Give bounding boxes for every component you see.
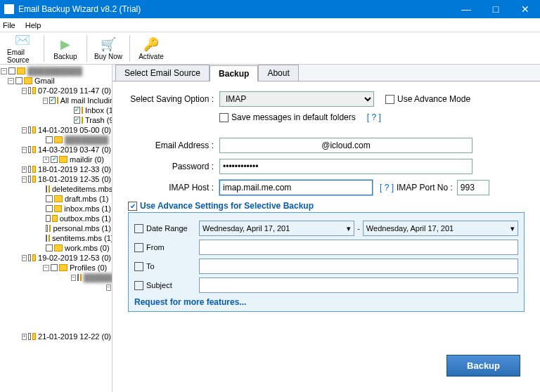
save-default-checkbox[interactable] bbox=[219, 113, 229, 122]
tree-item[interactable]: work.mbs (0) bbox=[65, 243, 110, 253]
imap-host-label: IMAP Host : bbox=[128, 183, 219, 192]
tab-select-source[interactable]: Select Email Source bbox=[115, 65, 210, 81]
to-field[interactable] bbox=[199, 259, 518, 274]
date-range-checkbox[interactable] bbox=[134, 224, 143, 233]
tab-backup[interactable]: Backup bbox=[210, 65, 258, 81]
tree-item[interactable]: inbox.mbs (1) bbox=[64, 204, 111, 214]
password-label: Password : bbox=[128, 162, 219, 171]
toolbar-email-source[interactable]: ✉️ Email Source bbox=[3, 31, 42, 65]
imap-port-field[interactable] bbox=[457, 180, 489, 195]
tree-item[interactable]: personal.mbs (1) bbox=[53, 223, 111, 233]
email-field[interactable] bbox=[219, 138, 472, 153]
tree-inbox[interactable]: Inbox (16) bbox=[85, 105, 112, 115]
tree-item[interactable]: 18-01-2019 12-33 (0) bbox=[38, 164, 111, 174]
tree-item[interactable]: 14-01-2019 05-00 (0) bbox=[38, 125, 111, 135]
password-field[interactable] bbox=[219, 159, 472, 174]
tree-item[interactable]: All mail Including Sp bbox=[60, 96, 112, 105]
tree-item[interactable]: outbox.mbs (1) bbox=[60, 214, 111, 223]
tree-item[interactable]: deleteditems.mbs ( bbox=[52, 184, 112, 194]
use-advance-mode-label: Use Advance Mode bbox=[397, 94, 470, 104]
from-field[interactable] bbox=[199, 240, 518, 255]
advance-settings-panel: Date Range Wednesday, April 17, 201▾ - W… bbox=[128, 212, 525, 312]
title-bar: Email Backup Wizard v8.2 (Trial) — □ ✕ bbox=[0, 0, 540, 18]
envelope-icon: ✉️ bbox=[15, 32, 30, 48]
toolbar-backup[interactable]: ▶ Backup bbox=[46, 35, 85, 62]
tab-bar: Select Email Source Backup About bbox=[112, 65, 540, 81]
use-advance-settings-checkbox[interactable]: ✔ bbox=[128, 202, 137, 211]
advance-settings-title: Use Advance Settings for Selective Backu… bbox=[140, 201, 314, 211]
saving-option-label: Select Saving Option : bbox=[128, 94, 219, 104]
to-label: To bbox=[146, 262, 155, 270]
tree-item[interactable]: maildir (0) bbox=[70, 155, 104, 164]
tree-item[interactable]: 21-01-2019 12-22 (0) bbox=[38, 332, 111, 341]
date-range-label: Date Range bbox=[146, 224, 188, 233]
from-label: From bbox=[146, 243, 165, 251]
window-title: Email Backup Wizard v8.2 (Trial) bbox=[18, 4, 451, 14]
tree-item[interactable]: 19-02-2019 12-53 (0) bbox=[38, 253, 111, 263]
date-from-field[interactable]: Wednesday, April 17, 201▾ bbox=[199, 221, 354, 236]
folder-tree[interactable]: −██████████ −Gmail −07-02-2019 11-47 (0)… bbox=[0, 65, 112, 392]
tree-gmail[interactable]: Gmail bbox=[34, 76, 55, 86]
imap-port-label: IMAP Port No : bbox=[397, 183, 453, 192]
help-link[interactable]: [ ? ] bbox=[367, 112, 381, 122]
maximize-button[interactable]: □ bbox=[481, 0, 510, 18]
tree-trash[interactable]: Trash (9) bbox=[85, 115, 112, 125]
menu-bar: File Help bbox=[0, 18, 540, 32]
toolbar-buy-now[interactable]: 🛒 Buy Now bbox=[89, 35, 128, 62]
subject-checkbox[interactable] bbox=[134, 281, 143, 290]
saving-option-select[interactable]: IMAP bbox=[219, 91, 374, 107]
tree-item[interactable]: 14-03-2019 03-47 (0) bbox=[38, 145, 111, 155]
tree-item[interactable]: draft.mbs (1) bbox=[65, 194, 108, 204]
subject-field[interactable] bbox=[199, 277, 518, 293]
toolbar-activate[interactable]: 🔑 Activate bbox=[131, 35, 171, 62]
use-advance-mode-checkbox[interactable] bbox=[385, 95, 394, 104]
cart-icon: 🛒 bbox=[101, 37, 116, 52]
save-default-label: Save messages in default folders bbox=[231, 112, 356, 122]
minimize-button[interactable]: — bbox=[451, 0, 481, 18]
subject-label: Subject bbox=[146, 281, 172, 289]
chevron-down-icon: ▾ bbox=[510, 224, 515, 233]
to-checkbox[interactable] bbox=[134, 262, 143, 271]
menu-file[interactable]: File bbox=[3, 21, 15, 30]
imap-help-link[interactable]: [ ? ] bbox=[380, 183, 394, 192]
tree-item[interactable]: 18-01-2019 12-35 (0) bbox=[38, 174, 111, 184]
tree-root[interactable]: ██████████ bbox=[27, 66, 82, 76]
tree-item[interactable]: sentitems.mbs (1) bbox=[52, 233, 112, 243]
close-button[interactable]: ✕ bbox=[510, 0, 540, 18]
backup-button[interactable]: Backup bbox=[446, 355, 520, 377]
chevron-down-icon: ▾ bbox=[347, 224, 351, 233]
app-icon bbox=[4, 4, 14, 14]
imap-host-field[interactable] bbox=[219, 180, 373, 195]
date-to-field[interactable]: Wednesday, April 17, 201▾ bbox=[363, 221, 518, 236]
email-label: Email Address : bbox=[128, 141, 219, 150]
play-icon: ▶ bbox=[58, 37, 73, 52]
tree-item[interactable]: ████████ bbox=[65, 135, 108, 145]
request-features-link[interactable]: Request for more features... bbox=[134, 297, 518, 307]
toolbar: ✉️ Email Source ▶ Backup 🛒 Buy Now 🔑 Act… bbox=[0, 32, 540, 65]
tree-item[interactable]: 07-02-2019 11-47 (0) bbox=[38, 86, 111, 96]
tree-item[interactable]: Profiles (0) bbox=[70, 263, 107, 273]
backup-form: Select Saving Option : IMAP Use Advance … bbox=[112, 81, 540, 392]
tree-item[interactable]: ████████ bbox=[84, 273, 112, 282]
menu-help[interactable]: Help bbox=[25, 21, 41, 30]
key-icon: 🔑 bbox=[143, 37, 159, 52]
tab-about[interactable]: About bbox=[258, 65, 298, 81]
from-checkbox[interactable] bbox=[134, 243, 143, 252]
